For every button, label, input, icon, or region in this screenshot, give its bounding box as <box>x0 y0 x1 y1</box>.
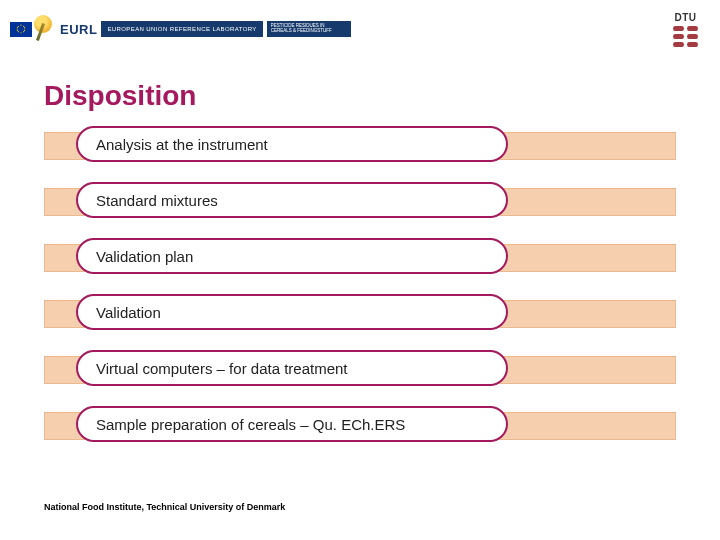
list-item: Standard mixtures <box>44 182 676 220</box>
list-item-label: Validation plan <box>96 248 193 265</box>
list-item-pill: Sample preparation of cereals – Qu. ECh.… <box>76 406 508 442</box>
eu-flag-icon <box>10 22 32 37</box>
slide-header: EURL EUROPEAN UNION REFERENCE LABORATORY… <box>0 0 720 50</box>
list-item-label: Sample preparation of cereals – Qu. ECh.… <box>96 416 405 433</box>
slide-footer: National Food Institute, Technical Unive… <box>44 502 285 512</box>
dtu-marks-icon <box>673 26 698 47</box>
svg-point-7 <box>23 31 24 32</box>
svg-point-5 <box>23 26 24 27</box>
svg-point-4 <box>18 26 19 27</box>
list-item: Validation <box>44 294 676 332</box>
eurl-logo: EURL <box>32 18 101 40</box>
svg-point-2 <box>17 28 18 29</box>
svg-point-6 <box>18 31 19 32</box>
list-item-pill: Analysis at the instrument <box>76 126 508 162</box>
svg-point-8 <box>17 27 18 28</box>
list-item: Virtual computers – for data treatment <box>44 350 676 388</box>
dtu-text: DTU <box>673 12 698 23</box>
svg-point-3 <box>24 28 25 29</box>
svg-point-1 <box>20 32 21 33</box>
list-item-pill: Virtual computers – for data treatment <box>76 350 508 386</box>
list-item-pill: Validation <box>76 294 508 330</box>
list-item-label: Analysis at the instrument <box>96 136 268 153</box>
svg-point-0 <box>20 25 21 26</box>
disposition-list: Analysis at the instrument Standard mixt… <box>44 126 676 444</box>
header-bar-subtitle: PESTICIDE RESIDUES IN CEREALS & FEEDINGS… <box>267 21 351 37</box>
header-bar-eurl: EUROPEAN UNION REFERENCE LABORATORY <box>101 21 262 37</box>
list-item-pill: Standard mixtures <box>76 182 508 218</box>
dtu-logo: DTU <box>673 12 698 47</box>
list-item-label: Standard mixtures <box>96 192 218 209</box>
list-item-label: Virtual computers – for data treatment <box>96 360 348 377</box>
list-item: Validation plan <box>44 238 676 276</box>
svg-point-11 <box>24 30 25 31</box>
svg-point-10 <box>17 30 18 31</box>
header-bar-subtitle-line2: CEREALS & FEEDINGSTUFF <box>271 29 347 34</box>
svg-point-9 <box>24 27 25 28</box>
list-item-pill: Validation plan <box>76 238 508 274</box>
eurl-sun-wheat-icon <box>36 19 56 39</box>
list-item: Analysis at the instrument <box>44 126 676 164</box>
page-title: Disposition <box>44 80 720 112</box>
eurl-text: EURL <box>56 22 97 37</box>
list-item: Sample preparation of cereals – Qu. ECh.… <box>44 406 676 444</box>
list-item-label: Validation <box>96 304 161 321</box>
header-left-logos: EURL EUROPEAN UNION REFERENCE LABORATORY… <box>10 18 351 40</box>
